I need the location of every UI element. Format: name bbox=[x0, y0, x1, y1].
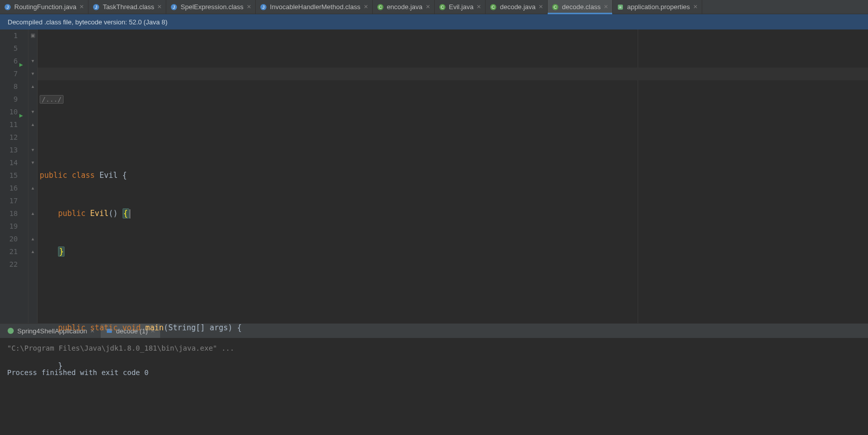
class-icon: C bbox=[377, 4, 384, 11]
spring-icon bbox=[7, 327, 14, 334]
properties-icon: ≡ bbox=[617, 4, 624, 11]
code-area[interactable]: /.../ public class Evil { public Evil() … bbox=[38, 29, 868, 323]
svg-text:C: C bbox=[554, 5, 557, 10]
tab-label: decode.java bbox=[500, 3, 535, 11]
fold-collapse-icon[interactable]: ▾ bbox=[30, 160, 35, 165]
svg-text:J: J bbox=[262, 5, 265, 10]
svg-text:C: C bbox=[492, 5, 495, 10]
line-number-gutter[interactable]: 1 5 6 7 8 9 10 11 12 13 14 15 16 17 18 1… bbox=[0, 29, 28, 323]
line-number: 16 bbox=[0, 182, 18, 195]
tab-label: encode.java bbox=[387, 3, 423, 11]
tab-taskthread[interactable]: J TaskThread.class ✕ bbox=[88, 0, 166, 14]
decompiled-banner: Decompiled .class file, bytecode version… bbox=[0, 14, 868, 29]
tab-label: TaskThread.class bbox=[103, 3, 154, 11]
fold-collapse-icon[interactable]: ▾ bbox=[30, 71, 35, 76]
tab-evil[interactable]: C Evil.java ✕ bbox=[435, 0, 486, 14]
tab-label: Evil.java bbox=[449, 3, 473, 11]
fold-end-icon[interactable]: ▴ bbox=[30, 185, 35, 191]
svg-text:J: J bbox=[173, 5, 175, 10]
class-icon: C bbox=[490, 4, 497, 11]
line-number: 11 bbox=[0, 118, 18, 131]
folded-region[interactable]: /.../ bbox=[40, 95, 64, 104]
line-number: 21 bbox=[0, 245, 18, 258]
class-icon: C bbox=[552, 4, 559, 11]
java-icon: J bbox=[170, 4, 177, 11]
line-number: 17 bbox=[0, 195, 18, 207]
tab-decode-class[interactable]: C decode.class ✕ bbox=[548, 0, 613, 14]
tab-application-properties[interactable]: ≡ application.properties ✕ bbox=[613, 0, 702, 14]
tab-routingfunction[interactable]: J RoutingFunction.java ✕ bbox=[0, 0, 88, 14]
line-number: 8 bbox=[0, 80, 18, 93]
current-line-highlight bbox=[38, 68, 868, 80]
svg-text:C: C bbox=[441, 5, 444, 10]
tab-spelexpression[interactable]: J SpelExpression.class ✕ bbox=[166, 0, 256, 14]
tab-label: RoutingFunction.java bbox=[14, 3, 76, 11]
fold-end-icon[interactable]: ▴ bbox=[30, 84, 35, 89]
java-icon: J bbox=[4, 4, 11, 11]
line-number: 22 bbox=[0, 258, 18, 271]
line-number: 6 bbox=[0, 55, 18, 68]
close-icon[interactable]: ✕ bbox=[364, 4, 368, 10]
line-number: 9 bbox=[0, 93, 18, 106]
close-icon[interactable]: ✕ bbox=[693, 4, 698, 10]
svg-text:C: C bbox=[378, 5, 382, 10]
java-icon: J bbox=[93, 4, 100, 11]
tab-label: SpelExpression.class bbox=[181, 3, 244, 11]
close-icon[interactable]: ✕ bbox=[247, 4, 251, 10]
fold-gutter[interactable]: ▣ ▾ ▾ ▴ ▾ ▴ ▾ ▾ ▴ ▴ ▴ ▴ bbox=[28, 29, 38, 323]
banner-text: Decompiled .class file, bytecode version… bbox=[8, 18, 167, 26]
tab-label: decode.class bbox=[562, 3, 601, 11]
line-number: 5 bbox=[0, 42, 18, 55]
java-icon: J bbox=[260, 4, 267, 11]
fold-end-icon[interactable]: ▴ bbox=[30, 211, 35, 216]
close-icon[interactable]: ✕ bbox=[538, 4, 543, 10]
run-gutter-icon[interactable]: ▶ bbox=[19, 109, 23, 122]
tab-encode[interactable]: C encode.java ✕ bbox=[373, 0, 435, 14]
fold-end-icon[interactable]: ▴ bbox=[30, 249, 35, 254]
line-number: 19 bbox=[0, 220, 18, 233]
fold-collapse-icon[interactable]: ▾ bbox=[30, 109, 35, 114]
run-gutter-icon[interactable]: ▶ bbox=[19, 58, 23, 71]
line-number: 7 bbox=[0, 68, 18, 80]
close-icon[interactable]: ✕ bbox=[79, 4, 84, 10]
svg-text:J: J bbox=[95, 5, 98, 10]
tab-label: application.properties bbox=[627, 3, 690, 11]
line-number: 15 bbox=[0, 169, 18, 182]
line-number: 13 bbox=[0, 144, 18, 157]
editor: 1 5 6 7 8 9 10 11 12 13 14 15 16 17 18 1… bbox=[0, 29, 868, 323]
line-number: 10 bbox=[0, 106, 18, 118]
close-icon[interactable]: ✕ bbox=[476, 4, 481, 10]
fold-end-icon[interactable]: ▴ bbox=[30, 236, 35, 241]
line-number: 20 bbox=[0, 233, 18, 245]
text-caret bbox=[130, 209, 130, 219]
line-number: 12 bbox=[0, 131, 18, 144]
line-number: 18 bbox=[0, 207, 18, 220]
line-number: 14 bbox=[0, 157, 18, 169]
svg-point-18 bbox=[8, 328, 14, 334]
tab-invocablehandlermethod[interactable]: J InvocableHandlerMethod.class ✕ bbox=[256, 0, 373, 14]
tab-label: InvocableHandlerMethod.class bbox=[270, 3, 361, 11]
fold-collapse-icon[interactable]: ▾ bbox=[30, 58, 35, 64]
class-icon: C bbox=[439, 4, 446, 11]
svg-text:J: J bbox=[7, 5, 9, 10]
svg-text:≡: ≡ bbox=[619, 5, 622, 10]
line-number: 1 bbox=[0, 29, 18, 42]
tab-decode-java[interactable]: C decode.java ✕ bbox=[486, 0, 548, 14]
fold-end-icon[interactable]: ▴ bbox=[30, 122, 35, 127]
fold-expand-icon[interactable]: ▣ bbox=[30, 33, 35, 38]
close-icon[interactable]: ✕ bbox=[604, 4, 608, 10]
close-icon[interactable]: ✕ bbox=[157, 4, 162, 10]
close-icon[interactable]: ✕ bbox=[426, 4, 430, 10]
fold-collapse-icon[interactable]: ▾ bbox=[30, 147, 35, 152]
editor-tabbar: J RoutingFunction.java ✕ J TaskThread.cl… bbox=[0, 0, 868, 14]
